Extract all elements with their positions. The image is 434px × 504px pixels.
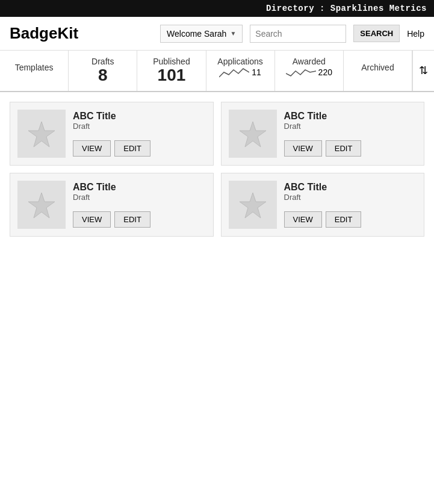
- view-button[interactable]: VIEW: [73, 211, 111, 228]
- chevron-down-icon: ▼: [230, 30, 236, 37]
- svg-marker-1: [240, 122, 266, 147]
- tab-archived-label: Archived: [361, 63, 394, 72]
- badge-actions: VIEW EDIT: [284, 211, 417, 228]
- badge-star-icon: [26, 119, 57, 149]
- badge-title: ABC Title: [284, 182, 417, 193]
- view-button[interactable]: VIEW: [284, 140, 322, 157]
- badge-actions: VIEW EDIT: [284, 140, 417, 157]
- tab-templates-label: Templates: [15, 63, 54, 72]
- tabs-bar: Templates Drafts 8 Published 101 Applica…: [0, 51, 434, 92]
- badge-star-icon: [26, 190, 57, 220]
- badge-thumbnail: [229, 181, 277, 229]
- tab-published[interactable]: Published 101: [137, 51, 206, 91]
- top-bar-text: Directory : Sparklines Metrics: [266, 4, 427, 13]
- search-input[interactable]: [250, 25, 346, 43]
- badge-title: ABC Title: [284, 111, 417, 122]
- tab-applications[interactable]: Applications 11: [206, 51, 275, 91]
- badge-status: Draft: [73, 122, 206, 131]
- view-button[interactable]: VIEW: [73, 140, 111, 157]
- tab-drafts-label: Drafts: [91, 57, 114, 66]
- tab-drafts-count: 8: [71, 66, 134, 85]
- tab-awarded-label: Awarded: [293, 57, 326, 66]
- top-bar: Directory : Sparklines Metrics: [0, 0, 434, 17]
- tab-awarded[interactable]: Awarded 220: [275, 51, 344, 91]
- edit-button[interactable]: EDIT: [326, 140, 362, 157]
- edit-button[interactable]: EDIT: [114, 211, 150, 228]
- help-link[interactable]: Help: [407, 29, 424, 39]
- app-logo: BadgeKit: [10, 24, 153, 43]
- badge-card: ABC Title Draft VIEW EDIT: [221, 173, 425, 237]
- tab-published-label: Published: [153, 57, 190, 66]
- applications-sparkline-icon: [219, 66, 249, 78]
- badge-info: ABC Title Draft VIEW EDIT: [73, 111, 206, 157]
- tab-drafts[interactable]: Drafts 8: [69, 51, 137, 91]
- tab-published-count: 101: [140, 66, 203, 85]
- badge-status: Draft: [284, 193, 417, 202]
- badge-actions: VIEW EDIT: [73, 140, 206, 157]
- svg-marker-2: [28, 193, 55, 218]
- badge-card: ABC Title Draft VIEW EDIT: [221, 102, 425, 166]
- tab-templates[interactable]: Templates: [0, 51, 69, 91]
- welcome-dropdown[interactable]: Welcome Sarah ▼: [160, 25, 243, 43]
- badge-info: ABC Title Draft VIEW EDIT: [73, 182, 206, 228]
- badge-title: ABC Title: [73, 182, 206, 193]
- edit-button[interactable]: EDIT: [114, 140, 150, 157]
- header: BadgeKit Welcome Sarah ▼ SEARCH Help: [0, 17, 434, 51]
- welcome-label: Welcome Sarah: [167, 29, 226, 39]
- badge-star-icon: [238, 190, 268, 220]
- search-button[interactable]: SEARCH: [353, 25, 400, 42]
- tab-archived[interactable]: Archived: [344, 51, 412, 91]
- cards-grid: ABC Title Draft VIEW EDIT ABC Title Draf…: [0, 92, 434, 246]
- badge-star-icon: [238, 119, 268, 149]
- awarded-sparkline-icon: [286, 66, 316, 78]
- badge-card: ABC Title Draft VIEW EDIT: [10, 173, 214, 237]
- edit-button[interactable]: EDIT: [326, 211, 362, 228]
- tab-applications-sparkline: 11: [209, 66, 272, 78]
- svg-marker-3: [240, 193, 266, 218]
- badge-info: ABC Title Draft VIEW EDIT: [284, 111, 417, 157]
- badge-thumbnail: [229, 110, 277, 158]
- svg-marker-0: [28, 122, 55, 147]
- badge-thumbnail: [17, 110, 66, 158]
- badge-info: ABC Title Draft VIEW EDIT: [284, 182, 417, 228]
- tabs-more-button[interactable]: ⇅: [412, 51, 434, 91]
- tab-awarded-sparkline: 220: [277, 66, 341, 78]
- view-button[interactable]: VIEW: [284, 211, 322, 228]
- badge-title: ABC Title: [73, 111, 206, 122]
- badge-card: ABC Title Draft VIEW EDIT: [10, 102, 214, 166]
- tabs-more-icon: ⇅: [419, 64, 428, 77]
- badge-status: Draft: [284, 122, 417, 131]
- tab-applications-label: Applications: [217, 57, 263, 66]
- tab-awarded-count: 220: [318, 67, 332, 77]
- badge-actions: VIEW EDIT: [73, 211, 206, 228]
- tab-applications-count: 11: [252, 67, 261, 77]
- badge-status: Draft: [73, 193, 206, 202]
- badge-thumbnail: [17, 181, 66, 229]
